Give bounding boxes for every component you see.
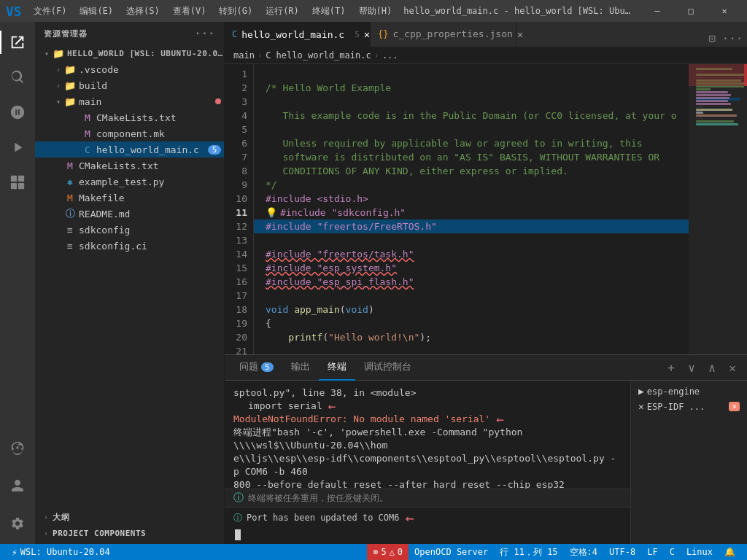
tree-item-sdk-ci[interactable]: ≡ sdkconfig.ci xyxy=(35,238,224,254)
crumb-main[interactable]: main xyxy=(233,50,255,61)
outline-section[interactable]: › 大纲 xyxy=(38,509,221,526)
menu-edit[interactable]: 编辑(E) xyxy=(74,4,119,19)
menu-terminal[interactable]: 终端(T) xyxy=(306,4,352,19)
tab-close-button[interactable]: ✕ xyxy=(364,28,370,40)
more-actions-icon[interactable]: ··· xyxy=(724,29,741,47)
term-text-2: import serial xyxy=(248,400,322,413)
ts-item-esp-engine[interactable]: ▶ esp-engine xyxy=(634,384,744,399)
panel-tab-problems[interactable]: 问题 5 xyxy=(231,355,282,381)
tree-item-example[interactable]: ✱ example_test.py xyxy=(35,174,224,190)
menu-select[interactable]: 选择(S) xyxy=(120,4,166,19)
panel-add-icon[interactable]: + xyxy=(662,359,680,376)
term-text-1: sptool.py", line 38, in <module> xyxy=(233,386,416,400)
minimap xyxy=(689,64,747,354)
root-label: HELLO_WORLD [WSL: UBUNTU-20.04] xyxy=(67,49,224,58)
status-server[interactable]: OpenOCD Server xyxy=(409,544,494,560)
status-os[interactable]: Linux xyxy=(681,544,719,560)
status-wsl[interactable]: ⚡ WSL: Ubuntu-20.04 xyxy=(6,544,116,560)
language-label: C xyxy=(670,547,675,557)
position-label: 行 11，列 15 xyxy=(500,546,557,559)
panel-maximize-icon[interactable]: ∧ xyxy=(703,359,721,376)
status-spaces[interactable]: 空格:4 xyxy=(564,544,603,560)
sidebar-more-icon[interactable]: ··· xyxy=(195,28,215,39)
tree-item-readme[interactable]: ⓘ README.md xyxy=(35,206,224,222)
menu-file[interactable]: 文件(F) xyxy=(28,4,73,19)
ts-item-esp-idf[interactable]: ✕ ESP-IDF ... × xyxy=(634,399,744,414)
project-components-section[interactable]: › PROJECT COMPONENTS xyxy=(38,526,221,541)
activity-debug[interactable] xyxy=(0,130,35,165)
tree-item-makefile[interactable]: M Makefile xyxy=(35,190,224,206)
menu-goto[interactable]: 转到(G) xyxy=(213,4,258,19)
tree-item-cmake-child[interactable]: M CMakeLists.txt xyxy=(35,109,224,125)
menu-view[interactable]: 查看(V) xyxy=(167,4,212,19)
tree-root[interactable]: ▾ 📁 HELLO_WORLD [WSL: UBUNTU-20.04] xyxy=(35,45,224,61)
panel-tab-terminal[interactable]: 终端 xyxy=(319,355,355,381)
activity-accounts[interactable] xyxy=(0,468,35,503)
activity-explorer[interactable] xyxy=(0,25,35,60)
status-errors[interactable]: ⊗ 5 △ 0 xyxy=(367,544,409,560)
tab-hello-main[interactable]: C hello_world_main.c 5 ✕ xyxy=(225,22,371,47)
output-label: 输出 xyxy=(291,360,310,373)
line-numbers: 1 2 3 4 5 6 7 8 9 10 11 12 13 14 15 16 1 xyxy=(225,64,254,354)
crumb-file[interactable]: C hello_world_main.c xyxy=(266,50,371,61)
tab-cpp-props[interactable]: {} c_cpp_properties.json ✕ xyxy=(371,22,516,47)
crumb-symbol[interactable]: ... xyxy=(382,50,398,61)
tree-item-cmake-root[interactable]: M CMakeLists.txt xyxy=(35,158,224,174)
menu-run[interactable]: 运行(R) xyxy=(260,4,305,19)
line-num-3: 3 xyxy=(231,95,247,109)
sep-1: › xyxy=(258,50,263,61)
activity-settings[interactable] xyxy=(0,506,35,541)
item-label-component: component.mk xyxy=(96,128,224,139)
ts-label-idf: ESP-IDF ... xyxy=(647,402,705,412)
problems-label: 问题 xyxy=(239,360,258,373)
status-position[interactable]: 行 11，列 15 xyxy=(494,544,563,560)
terminal-cursor-row[interactable] xyxy=(225,528,630,544)
split-editor-icon[interactable]: ⊡ xyxy=(703,29,721,47)
tree-item-main[interactable]: ▾ 📁 main xyxy=(35,93,224,109)
line-num-4: 4 xyxy=(231,109,247,122)
line-num-12: 12 xyxy=(231,219,247,233)
terminal-output[interactable]: sptool.py", line 38, in <module> import … xyxy=(225,381,630,489)
warning-icon: △ xyxy=(390,547,395,557)
activity-search[interactable] xyxy=(0,60,35,95)
tree-item-hello-main[interactable]: C hello_world_main.c 5 xyxy=(35,141,224,158)
tree-item-component[interactable]: M component.mk xyxy=(35,125,224,141)
c-file-icon: C xyxy=(82,144,93,155)
item-label-readme: README.md xyxy=(79,209,224,219)
line-num-15: 15 xyxy=(231,261,247,275)
terminal-info-bar: ⓘ 终端将被任务重用，按任意键关闭。 xyxy=(225,489,630,507)
minimize-button[interactable]: — xyxy=(640,0,674,22)
panel-tab-debug[interactable]: 调试控制台 xyxy=(355,355,420,381)
status-language[interactable]: C xyxy=(664,544,681,560)
change-badge: 5 xyxy=(208,145,221,155)
activity-extensions[interactable] xyxy=(0,165,35,200)
close-button[interactable]: ✕ xyxy=(708,0,741,22)
arrow-port-icon: ← xyxy=(406,509,414,526)
activity-git[interactable] xyxy=(0,95,35,130)
play-icon: ▶ xyxy=(638,386,644,397)
status-encoding[interactable]: UTF-8 xyxy=(603,544,641,560)
line-num-14: 14 xyxy=(231,247,247,261)
panel-tab-output[interactable]: 输出 xyxy=(282,355,319,381)
chevron-right-icon: › xyxy=(44,513,48,521)
tab-close-cpp-button[interactable]: ✕ xyxy=(517,28,523,40)
tree-item-vscode[interactable]: › 📁 .vscode xyxy=(35,61,224,77)
status-notifications[interactable]: 🔔 xyxy=(719,544,741,560)
status-line-ending[interactable]: LF xyxy=(641,544,663,560)
menu-help[interactable]: 帮助(H) xyxy=(353,4,398,19)
bell-icon: 🔔 xyxy=(724,547,735,557)
line-num-20: 20 xyxy=(231,330,247,344)
line-num-19: 19 xyxy=(231,316,247,330)
restore-button[interactable]: □ xyxy=(674,0,708,22)
tree-item-sdk[interactable]: ≡ sdkconfig xyxy=(35,222,224,238)
code-content[interactable]: /* Hello World Example This example code… xyxy=(254,64,689,354)
term-line-4: 终端进程"bash '-c', 'powershell.exe -Command… xyxy=(233,426,622,452)
panel-close-icon[interactable]: ✕ xyxy=(724,359,741,376)
item-label-example: example_test.py xyxy=(79,176,224,187)
tree-item-build[interactable]: › 📁 build xyxy=(35,77,224,93)
panel-collapse-icon[interactable]: ∨ xyxy=(683,359,700,376)
folder-icon: 📁 xyxy=(53,48,64,59)
activity-remote[interactable] xyxy=(0,430,35,465)
terminal-input-row: ⓘ Port has been updated to COM6 ← xyxy=(225,507,630,528)
code-editor[interactable]: 1 2 3 4 5 6 7 8 9 10 11 12 13 14 15 16 1 xyxy=(225,64,747,354)
